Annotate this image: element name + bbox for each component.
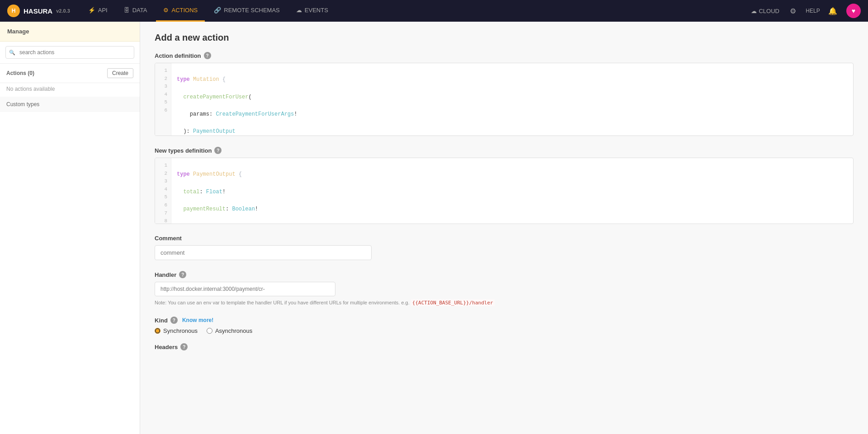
handler-help-icon[interactable]: ? bbox=[179, 271, 186, 278]
sidebar-actions-section: Actions (0) Create bbox=[0, 64, 140, 83]
cloud-button[interactable]: ☁ CLOUD bbox=[751, 8, 779, 14]
handler-label: Handler ? bbox=[155, 271, 854, 278]
create-action-button[interactable]: Create bbox=[107, 68, 133, 78]
action-definition-line-numbers: 123456 bbox=[155, 63, 171, 135]
remote-schemas-icon: 🔗 bbox=[214, 7, 221, 14]
kind-help-icon[interactable]: ? bbox=[170, 317, 178, 324]
new-types-editor[interactable]: 12345 678910 1112 type PaymentOutput { t… bbox=[155, 158, 854, 224]
know-more-link[interactable]: Know more! bbox=[182, 317, 213, 323]
sidebar-search-area bbox=[0, 42, 140, 64]
kind-synchronous-radio[interactable] bbox=[155, 328, 160, 334]
main-layout: Manage Actions (0) Create No actions ava… bbox=[0, 22, 868, 434]
new-types-help-icon[interactable]: ? bbox=[214, 147, 222, 154]
nav-link-remote-schemas-label: REMOTE SCHEMAS bbox=[224, 7, 280, 14]
logo-text: HASURA bbox=[24, 7, 52, 15]
heart-button[interactable]: ♥ bbox=[846, 4, 861, 18]
headers-label: Headers ? bbox=[155, 343, 854, 350]
custom-types-item[interactable]: Custom types bbox=[0, 97, 140, 112]
kind-asynchronous-radio[interactable] bbox=[207, 328, 212, 334]
kind-synchronous-label: Synchronous bbox=[163, 327, 198, 334]
settings-button[interactable]: ⚙ bbox=[787, 5, 799, 17]
kind-synchronous-option[interactable]: Synchronous bbox=[155, 327, 198, 334]
nav-link-actions-label: ACTIONS bbox=[171, 7, 198, 14]
events-icon: ☁ bbox=[296, 7, 302, 14]
kind-radio-group: Synchronous Asynchronous bbox=[155, 327, 854, 334]
logo-icon: H bbox=[7, 5, 20, 17]
handler-input[interactable] bbox=[155, 282, 335, 296]
app-version: v2.0.3 bbox=[56, 8, 70, 14]
page-title: Add a new action bbox=[155, 33, 854, 43]
help-button[interactable]: HELP bbox=[807, 5, 819, 17]
main-content: Add a new action Action definition ? 123… bbox=[140, 22, 868, 434]
api-icon: ⚡ bbox=[88, 7, 95, 14]
nav-link-events[interactable]: ☁ EVENTS bbox=[289, 0, 335, 22]
search-wrap bbox=[5, 46, 134, 59]
actions-icon: ⚙ bbox=[163, 7, 169, 14]
sidebar-manage-heading: Manage bbox=[0, 22, 140, 42]
actions-section-title: Actions (0) bbox=[6, 70, 34, 76]
kind-section: Kind ? Know more! Synchronous Asynchrono… bbox=[155, 317, 854, 334]
comment-label: Comment bbox=[155, 235, 854, 242]
nav-link-actions[interactable]: ⚙ ACTIONS bbox=[156, 0, 205, 22]
nav-link-data[interactable]: 🗄 DATA bbox=[117, 0, 155, 22]
nav-link-api[interactable]: ⚡ API bbox=[81, 0, 115, 22]
data-icon: 🗄 bbox=[124, 7, 130, 14]
app-logo[interactable]: H HASURA v2.0.3 bbox=[7, 5, 70, 17]
cloud-icon: ☁ bbox=[751, 8, 757, 14]
action-definition-code[interactable]: type Mutation { createPaymentForUser( pa… bbox=[171, 63, 853, 135]
help-label: HELP bbox=[806, 8, 820, 14]
nav-links: ⚡ API 🗄 DATA ⚙ ACTIONS 🔗 REMOTE SCHEMAS … bbox=[81, 0, 751, 22]
new-types-code[interactable]: type PaymentOutput { total: Float! payme… bbox=[171, 158, 853, 224]
nav-link-data-label: DATA bbox=[132, 7, 147, 14]
cloud-label: CLOUD bbox=[759, 8, 779, 14]
nav-right: ☁ CLOUD ⚙ HELP 🔔 ♥ bbox=[751, 4, 861, 18]
headers-help-icon[interactable]: ? bbox=[180, 343, 188, 350]
sidebar: Manage Actions (0) Create No actions ava… bbox=[0, 22, 140, 434]
new-types-line-numbers: 12345 678910 1112 bbox=[155, 158, 171, 224]
headers-section: Headers ? bbox=[155, 343, 854, 350]
nav-link-api-label: API bbox=[98, 7, 108, 14]
comment-input[interactable] bbox=[155, 245, 372, 260]
kind-asynchronous-option[interactable]: Asynchronous bbox=[207, 327, 252, 334]
new-types-definition-label: New types definition ? bbox=[155, 147, 854, 154]
action-definition-label: Action definition ? bbox=[155, 52, 854, 59]
kind-asynchronous-label: Asynchronous bbox=[215, 327, 252, 334]
no-actions-text: No actions available bbox=[0, 83, 140, 97]
action-definition-help-icon[interactable]: ? bbox=[204, 52, 211, 59]
handler-note: Note: You can use an env var to template… bbox=[155, 300, 854, 306]
top-navigation: H HASURA v2.0.3 ⚡ API 🗄 DATA ⚙ ACTIONS 🔗… bbox=[0, 0, 868, 22]
action-definition-editor[interactable]: 123456 type Mutation { createPaymentForU… bbox=[155, 63, 854, 136]
kind-label: Kind ? Know more! bbox=[155, 317, 854, 324]
notifications-button[interactable]: 🔔 bbox=[826, 5, 839, 17]
search-input[interactable] bbox=[5, 46, 134, 59]
nav-link-remote-schemas[interactable]: 🔗 REMOTE SCHEMAS bbox=[207, 0, 287, 22]
nav-link-events-label: EVENTS bbox=[305, 7, 328, 14]
